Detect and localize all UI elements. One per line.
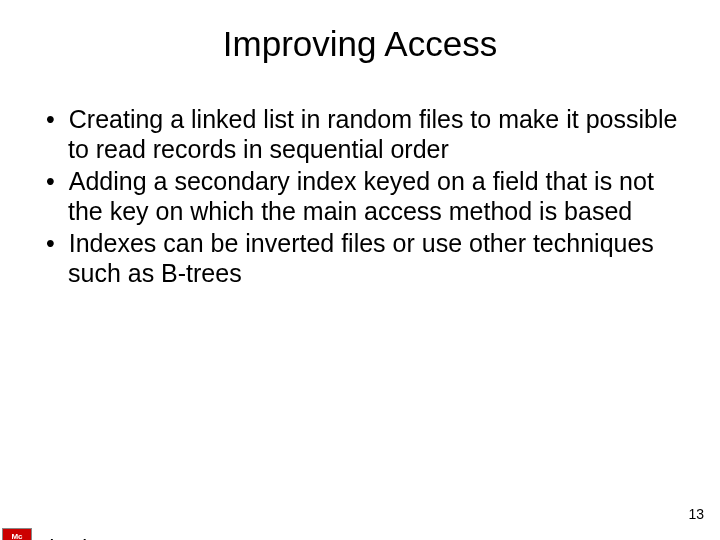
bullet-item: Indexes can be inverted files or use oth… — [30, 228, 690, 288]
bullet-item: Adding a secondary index keyed on a fiel… — [30, 166, 690, 226]
slide: Improving Access Creating a linked list … — [0, 24, 720, 540]
page-number: 13 — [688, 506, 704, 522]
bullet-item: Creating a linked list in random files t… — [30, 104, 690, 164]
slide-title: Improving Access — [0, 24, 720, 64]
publisher-logo: Mc Graw Hill Education — [2, 528, 104, 540]
bullet-list: Creating a linked list in random files t… — [30, 104, 690, 288]
mcgraw-hill-icon: Mc Graw Hill — [2, 528, 32, 540]
logo-line: Mc — [11, 533, 22, 540]
